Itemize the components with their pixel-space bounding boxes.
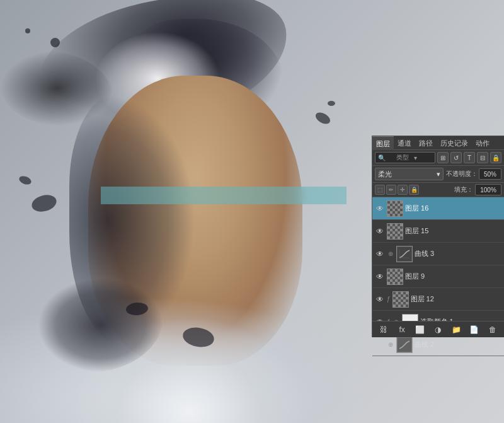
layer-visibility-layer12[interactable]: 👁 bbox=[375, 294, 385, 304]
add-mask-btn[interactable]: ⬜ bbox=[414, 323, 427, 336]
ink-spot-5 bbox=[50, 38, 60, 47]
layer-name-layer12: 图层 12 bbox=[411, 294, 501, 304]
layer-name-layer9: 图层 9 bbox=[405, 272, 501, 281]
blend-mode-label: 柔光 bbox=[378, 170, 392, 179]
layer-visibility-curves2[interactable]: 👁 bbox=[375, 340, 385, 350]
filter-btn-T[interactable]: T bbox=[464, 152, 475, 163]
ink-spot-8 bbox=[328, 101, 335, 106]
lock-icons: ⬚ ✏ ✛ 🔒 bbox=[375, 185, 452, 195]
layer-link-curves3: ⊕ bbox=[387, 249, 394, 259]
face-illustration bbox=[0, 0, 372, 423]
ps-panel: 图层 通道 路径 历史记录 动作 🔍 类型 ▾ ⊞ ↺ T ⊟ 🔒 柔光 ▾ bbox=[372, 136, 504, 337]
layer-item-layer9[interactable]: 👁 图层 9 bbox=[372, 265, 504, 288]
lock-all-btn[interactable]: 🔒 bbox=[409, 185, 419, 195]
filter-btn-1[interactable]: ⊞ bbox=[437, 152, 449, 163]
new-adjustment-btn[interactable]: ◑ bbox=[432, 323, 444, 336]
layer-fx-btn[interactable]: fx bbox=[396, 323, 408, 336]
layer-link-curves2: ⊕ bbox=[387, 340, 394, 350]
lock-position-btn[interactable]: ✛ bbox=[398, 185, 408, 195]
layer-fx-icon: ƒ bbox=[387, 296, 391, 303]
canvas-area: 图层 通道 路径 历史记录 动作 🔍 类型 ▾ ⊞ ↺ T ⊟ 🔒 柔光 ▾ bbox=[0, 0, 504, 423]
layer-thumb-curves2 bbox=[396, 337, 413, 353]
layer-item-layer16[interactable]: 👁 图层 16 bbox=[372, 197, 504, 220]
blend-mode-row: 柔光 ▾ 不透明度： 50% bbox=[372, 166, 504, 183]
layer-item-layer15[interactable]: 👁 图层 15 bbox=[372, 220, 504, 243]
opacity-box: 不透明度： 50% bbox=[446, 168, 501, 180]
delete-layer-btn[interactable]: 🗑 bbox=[486, 323, 499, 336]
layer-thumb-layer12 bbox=[392, 291, 409, 308]
search-label: 类型 bbox=[396, 153, 415, 162]
ink-spot-6 bbox=[25, 28, 30, 33]
layer-name-curves2: 曲线 2 bbox=[415, 340, 501, 349]
filter-btn-3[interactable]: ⊟ bbox=[477, 152, 488, 163]
tab-history[interactable]: 历史记录 bbox=[437, 136, 472, 150]
link-layers-btn[interactable]: ⛓ bbox=[377, 323, 390, 336]
ink-spot-2 bbox=[18, 175, 33, 186]
blend-mode-select[interactable]: 柔光 ▾ bbox=[375, 168, 444, 180]
opacity-label: 不透明度： bbox=[446, 170, 478, 178]
filter-btn-2[interactable]: ↺ bbox=[450, 152, 462, 163]
opacity-value[interactable]: 50% bbox=[479, 168, 501, 180]
new-group-btn[interactable]: 📁 bbox=[450, 323, 462, 336]
fill-label: 填充： bbox=[454, 185, 473, 194]
layer-thumb-layer9 bbox=[387, 269, 403, 285]
layer-visibility-layer9[interactable]: 👁 bbox=[375, 272, 385, 282]
layer-thumb-layer16 bbox=[387, 200, 403, 217]
panel-search-row: 🔍 类型 ▾ ⊞ ↺ T ⊟ 🔒 bbox=[372, 150, 504, 166]
search-box[interactable]: 🔍 类型 ▾ bbox=[375, 152, 435, 163]
layer-thumb-curves3 bbox=[396, 246, 413, 262]
layer-visibility-layer15[interactable]: 👁 bbox=[375, 226, 385, 236]
layer-name-layer15: 图层 15 bbox=[405, 226, 501, 236]
lock-transparent-btn[interactable]: ⬚ bbox=[375, 185, 385, 195]
panel-tabs: 图层 通道 路径 历史记录 动作 bbox=[372, 136, 504, 150]
privacy-bar bbox=[101, 187, 346, 204]
tab-layers[interactable]: 图层 bbox=[372, 136, 394, 150]
ink-spot-7 bbox=[314, 110, 332, 126]
lock-fill-row: ⬚ ✏ ✛ 🔒 填充： 100% bbox=[372, 183, 504, 197]
layer-name-curves3: 曲线 3 bbox=[415, 249, 501, 258]
layer-item-curves3[interactable]: 👁 ⊕ 曲线 3 bbox=[372, 243, 504, 265]
layer-visibility-layer16[interactable]: 👁 bbox=[375, 204, 385, 214]
layer-name-layer16: 图层 16 bbox=[405, 204, 501, 213]
tab-actions[interactable]: 动作 bbox=[472, 136, 493, 150]
layer-visibility-curves3[interactable]: 👁 bbox=[375, 249, 385, 259]
new-layer-btn[interactable]: 📄 bbox=[468, 323, 481, 336]
tab-paths[interactable]: 路径 bbox=[415, 136, 437, 150]
panel-toolbar: ⛓ fx ⬜ ◑ 📁 📄 🗑 bbox=[372, 321, 504, 337]
blend-dropdown-arrow: ▾ bbox=[437, 170, 440, 178]
layer-item-layer12[interactable]: 👁 ƒ 图层 12 bbox=[372, 288, 504, 311]
dropdown-arrow: ▾ bbox=[414, 154, 432, 161]
search-icon: 🔍 bbox=[378, 154, 396, 161]
ink-spot-1 bbox=[30, 192, 58, 214]
layer-thumb-layer15 bbox=[387, 223, 403, 240]
filter-btn-4[interactable]: 🔒 bbox=[490, 152, 501, 163]
tab-channels[interactable]: 通道 bbox=[394, 136, 415, 150]
lock-paint-btn[interactable]: ✏ bbox=[386, 185, 396, 195]
fill-value[interactable]: 100% bbox=[475, 184, 501, 195]
